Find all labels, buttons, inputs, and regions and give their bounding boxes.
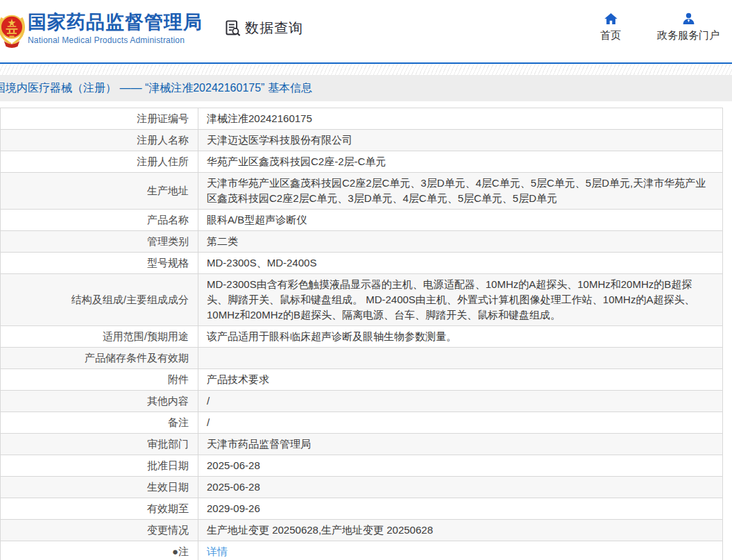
row-value: 详情 [198, 541, 723, 560]
nav-portal-label: 政务服务门户 [657, 29, 720, 42]
row-value: / [198, 412, 723, 434]
row-label: 有效期至 [1, 498, 198, 520]
row-label: 结构及组成/主要组成成分 [1, 274, 198, 326]
table-row: 变更情况生产地址变更 20250628,生产地址变更 20250628 [1, 520, 723, 541]
row-label: 管理类别 [1, 231, 198, 253]
data-query-nav[interactable]: 数据查询 [223, 19, 303, 37]
org-subtitle: National Medical Products Administration [28, 35, 203, 45]
row-value: MD-2300S、MD-2400S [198, 253, 723, 274]
table-row: 注册证编号津械注准20242160175 [1, 108, 723, 130]
table-row: 适用范围/预期用途该产品适用于眼科临床超声诊断及眼轴生物参数测量。 [1, 326, 723, 348]
row-value: 第二类 [198, 231, 723, 253]
row-value: 生产地址变更 20250628,生产地址变更 20250628 [198, 520, 723, 541]
row-label: 附件 [1, 369, 198, 391]
nav-home[interactable]: 首页 [600, 12, 621, 42]
detail-link[interactable]: 详情 [207, 545, 228, 557]
row-value: 天津市药品监督管理局 [198, 434, 723, 455]
table-row: 生产地址天津市华苑产业区鑫茂科技园C2座2层C单元、3层D单元、4层C单元、5层… [1, 173, 723, 210]
row-value: MD-2300S由含有彩色触摸液晶显示器的主机、电源适配器、10MHz的A超探头… [198, 274, 723, 326]
table-row: 备注/ [1, 412, 723, 434]
row-label: 其他内容 [1, 391, 198, 412]
row-value: 该产品适用于眼科临床超声诊断及眼轴生物参数测量。 [198, 326, 723, 348]
breadcrumb: 国境内医疗器械（注册） —— “津械注准20242160175” 基本信息 [0, 75, 732, 101]
table-row: 结构及组成/主要组成成分MD-2300S由含有彩色触摸液晶显示器的主机、电源适配… [1, 274, 723, 326]
row-value: 津械注准20242160175 [198, 108, 723, 130]
data-query-label: 数据查询 [245, 19, 303, 37]
row-value: 2025-06-28 [198, 477, 723, 498]
table-row: 注册人名称天津迈达医学科技股份有限公司 [1, 130, 723, 151]
row-label: 产品名称 [1, 210, 198, 231]
site-header: 国家药品监督管理局 National Medical Products Admi… [0, 0, 732, 62]
row-value: 2029-09-26 [198, 498, 723, 520]
table-row: 注册人住所华苑产业区鑫茂科技园C2座-2层-C单元 [1, 151, 723, 173]
table-row: 审批部门天津市药品监督管理局 [1, 434, 723, 455]
row-value: / [198, 391, 723, 412]
row-label: 注册证编号 [1, 108, 198, 130]
hatched-divider [0, 64, 732, 75]
row-value: 眼科A/B型超声诊断仪 [198, 210, 723, 231]
table-row: 生效日期2025-06-28 [1, 477, 723, 498]
table-row: 管理类别第二类 [1, 231, 723, 253]
row-label: 型号规格 [1, 253, 198, 274]
nav-portal[interactable]: 政务服务门户 [657, 12, 720, 42]
device-info-table: 注册证编号津械注准20242160175注册人名称天津迈达医学科技股份有限公司注… [0, 108, 723, 560]
row-label: 审批部门 [1, 434, 198, 455]
user-icon [681, 12, 696, 26]
home-icon [604, 12, 618, 26]
table-row: 其他内容/ [1, 391, 723, 412]
table-row: 附件产品技术要求 [1, 369, 723, 391]
table-row: 产品储存条件及有效期 [1, 348, 723, 369]
nav-home-label: 首页 [600, 29, 621, 42]
national-emblem-logo [0, 9, 27, 48]
row-label: 备注 [1, 412, 198, 434]
table-row: 型号规格MD-2300S、MD-2400S [1, 253, 723, 274]
row-value: 天津迈达医学科技股份有限公司 [198, 130, 723, 151]
row-value: 产品技术要求 [198, 369, 723, 391]
row-label: 批准日期 [1, 455, 198, 477]
row-label: 生效日期 [1, 477, 198, 498]
row-label: 产品储存条件及有效期 [1, 348, 198, 369]
row-label: 注册人名称 [1, 130, 198, 151]
table-row: 批准日期2025-06-28 [1, 455, 723, 477]
table-row: 产品名称眼科A/B型超声诊断仪 [1, 210, 723, 231]
table-row: ●注详情 [1, 541, 723, 560]
row-label: 生产地址 [1, 173, 198, 210]
row-value: 天津市华苑产业区鑫茂科技园C2座2层C单元、3层D单元、4层C单元、5层C单元、… [198, 173, 723, 210]
data-query-icon [223, 19, 242, 37]
row-label: 适用范围/预期用途 [1, 326, 198, 348]
table-row: 有效期至2029-09-26 [1, 498, 723, 520]
row-value [198, 348, 723, 369]
row-label: 注册人住所 [1, 151, 198, 173]
info-table-body: 注册证编号津械注准20242160175注册人名称天津迈达医学科技股份有限公司注… [1, 108, 723, 560]
row-value: 2025-06-28 [198, 455, 723, 477]
row-label: ●注 [1, 541, 198, 560]
row-value: 华苑产业区鑫茂科技园C2座-2层-C单元 [198, 151, 723, 173]
page-title: 国境内医疗器械（注册） —— “津械注准20242160175” 基本信息 [0, 81, 312, 96]
row-label: 变更情况 [1, 520, 198, 541]
org-title: 国家药品监督管理局 [28, 11, 203, 33]
